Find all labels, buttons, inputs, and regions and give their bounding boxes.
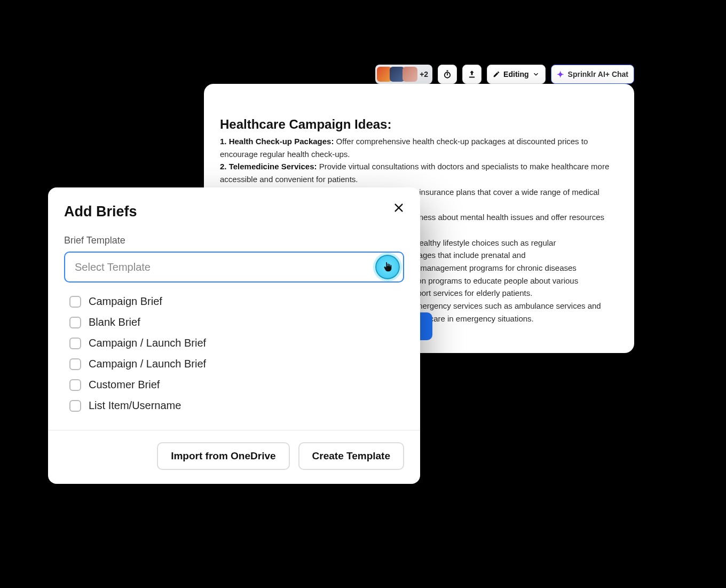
svg-rect-3 [469, 77, 475, 78]
top-toolbar: +2 Editing ✦ Sprinklr AI+ Chat [373, 63, 634, 85]
checkbox[interactable] [69, 317, 81, 328]
close-button[interactable] [390, 199, 407, 216]
create-template-button[interactable]: Create Template [298, 442, 404, 470]
template-option[interactable]: Customer Brief [64, 374, 404, 395]
upload-icon [467, 69, 477, 79]
template-option[interactable]: Campaign / Launch Brief [64, 354, 404, 374]
template-option[interactable]: List Item/Username [64, 395, 404, 416]
checkbox[interactable] [69, 400, 81, 412]
checkbox[interactable] [69, 379, 81, 391]
modal-footer: Import from OneDrive Create Template [48, 430, 420, 484]
chevron-down-icon [384, 261, 395, 274]
ai-chat-button[interactable]: ✦ Sprinklr AI+ Chat [551, 65, 634, 84]
template-option-label: Campaign / Launch Brief [89, 358, 206, 370]
hidden-primary-button[interactable] [420, 312, 432, 340]
stopwatch-icon [443, 69, 452, 79]
template-option-label: Campaign / Launch Brief [89, 337, 206, 349]
template-option-label: List Item/Username [89, 399, 181, 412]
import-label: Import from OneDrive [171, 450, 275, 462]
sparkle-icon: ✦ [557, 69, 564, 80]
template-select[interactable]: Select Template [64, 252, 404, 283]
chevron-down-icon [532, 70, 540, 78]
checkbox[interactable] [69, 338, 81, 349]
collaborator-avatars[interactable]: +2 [375, 65, 432, 84]
avatar-overflow-count: +2 [420, 70, 428, 79]
modal-title: Add Briefs [64, 203, 404, 220]
upload-button[interactable] [462, 65, 482, 84]
svg-rect-1 [447, 70, 448, 72]
doc-title: Healthcare Campaign Ideas: [220, 117, 614, 132]
avatar [403, 67, 417, 82]
select-placeholder: Select Template [75, 261, 151, 273]
template-option-label: Customer Brief [89, 379, 160, 391]
field-label: Brief Template [64, 235, 404, 246]
editing-mode-label: Editing [503, 70, 528, 79]
template-option[interactable]: Blank Brief [64, 312, 404, 333]
template-option-label: Campaign Brief [89, 295, 162, 308]
template-option-label: Blank Brief [89, 316, 140, 328]
template-dropdown: Campaign BriefBlank BriefCampaign / Laun… [64, 288, 404, 421]
idea-row: 2. Telemedicine Services: Provide virtua… [220, 160, 614, 185]
idea-row: 1. Health Check-up Packages: Offer compr… [220, 135, 614, 160]
import-onedrive-button[interactable]: Import from OneDrive [157, 442, 289, 470]
close-icon [393, 202, 405, 214]
ai-chat-label: Sprinklr AI+ Chat [568, 70, 628, 79]
checkbox[interactable] [69, 296, 81, 308]
create-label: Create Template [312, 450, 390, 462]
pencil-icon [493, 70, 500, 78]
template-option[interactable]: Campaign Brief [64, 291, 404, 312]
timer-button[interactable] [438, 65, 457, 84]
editing-mode-button[interactable]: Editing [487, 65, 545, 84]
template-option[interactable]: Campaign / Launch Brief [64, 333, 404, 354]
add-briefs-modal: Add Briefs Brief Template Select Templat… [48, 187, 420, 484]
checkbox[interactable] [69, 358, 81, 370]
